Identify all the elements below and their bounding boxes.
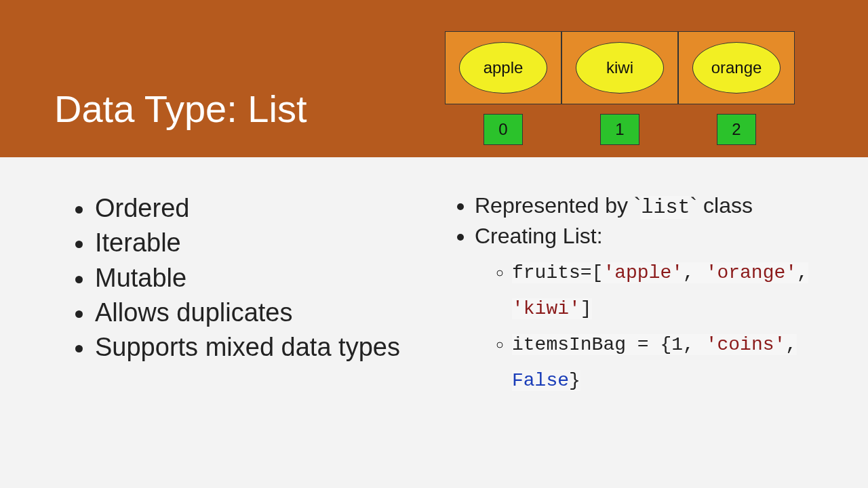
index-box: 0 bbox=[484, 114, 523, 145]
list-cell: orange bbox=[678, 31, 795, 104]
index-box: 2 bbox=[717, 114, 756, 145]
list-item: Supports mixed data types bbox=[95, 330, 434, 365]
list-item: Mutable bbox=[95, 261, 434, 296]
list-item: Iterable bbox=[95, 226, 434, 260]
represented-by: Represented by `list` class bbox=[475, 191, 821, 222]
properties-list: Ordered Iterable Mutable Allows duplicat… bbox=[47, 191, 434, 365]
list-value-oval: apple bbox=[459, 42, 547, 94]
list-item: Ordered bbox=[95, 191, 434, 226]
list-cells: apple kiwi orange bbox=[445, 31, 795, 104]
list-value-oval: orange bbox=[692, 42, 781, 94]
code-line: itemsInBag = {1, 'coins', False} bbox=[512, 334, 797, 391]
examples-list: fruits=['apple', 'orange', 'kiwi'] items… bbox=[475, 255, 821, 399]
code-example: itemsInBag = {1, 'coins', False} bbox=[512, 327, 821, 399]
details-list: Represented by `list` class Creating Lis… bbox=[434, 191, 821, 399]
index-box: 1 bbox=[600, 114, 639, 145]
right-column: Represented by `list` class Creating Lis… bbox=[434, 191, 821, 399]
slide-body: Ordered Iterable Mutable Allows duplicat… bbox=[0, 157, 868, 399]
list-indices: 0 1 2 bbox=[445, 114, 795, 145]
text: ` class bbox=[690, 193, 752, 218]
code-line: fruits=['apple', 'orange', 'kiwi'] bbox=[512, 262, 808, 319]
code-example: fruits=['apple', 'orange', 'kiwi'] bbox=[512, 255, 821, 327]
text: Creating List: bbox=[475, 224, 603, 248]
list-cell: kiwi bbox=[561, 31, 678, 104]
list-diagram: apple kiwi orange 0 1 2 bbox=[445, 31, 795, 145]
left-column: Ordered Iterable Mutable Allows duplicat… bbox=[47, 191, 434, 399]
creating-list: Creating List: fruits=['apple', 'orange'… bbox=[475, 222, 821, 399]
slide-header: Data Type: List apple kiwi orange 0 1 2 bbox=[0, 0, 868, 157]
text: Represented by ` bbox=[475, 193, 641, 218]
list-value-oval: kiwi bbox=[576, 42, 664, 94]
list-cell: apple bbox=[445, 31, 561, 104]
list-item: Allows duplicates bbox=[95, 296, 434, 330]
code-inline: list bbox=[641, 196, 690, 219]
slide-title: Data Type: List bbox=[54, 87, 307, 131]
